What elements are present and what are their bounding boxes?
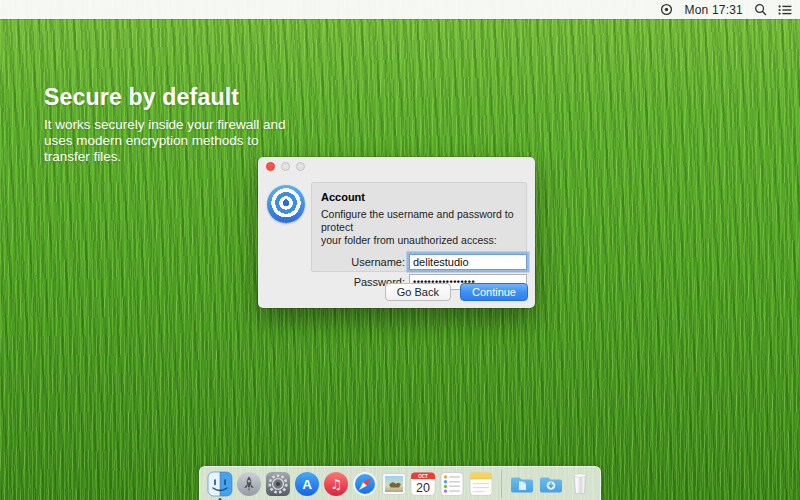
dialog-titlebar[interactable] (258, 157, 535, 175)
minimize-button-disabled (281, 162, 290, 171)
hero-body-line: uses modern encryption methods to (44, 133, 286, 149)
close-button[interactable] (266, 162, 275, 171)
hero-text-block: Secure by default It works securely insi… (44, 84, 286, 165)
dock-calendar-icon[interactable]: OCT 20 (410, 471, 436, 497)
dock-launchpad-icon[interactable] (236, 471, 262, 497)
go-back-button[interactable]: Go Back (385, 283, 451, 301)
menu-bar: Mon 17:31 (0, 0, 800, 19)
username-label: Username: (321, 256, 409, 268)
continue-button[interactable]: Continue (460, 283, 528, 301)
dock-documents-folder-icon[interactable] (509, 471, 535, 497)
dock-preview-icon[interactable] (381, 471, 407, 497)
dock-downloads-folder-icon[interactable] (538, 471, 564, 497)
zoom-button-disabled (296, 162, 305, 171)
panel-description-line: Configure the username and password to p… (321, 208, 517, 234)
dock-app-store-icon[interactable]: A (294, 471, 320, 497)
dock-system-preferences-icon[interactable] (265, 471, 291, 497)
panel-heading: Account (321, 191, 517, 203)
panel-description-line: your folder from unauthorized access: (321, 234, 517, 247)
dock-divider (501, 470, 502, 498)
dock-itunes-icon[interactable]: ♫ (323, 471, 349, 497)
hero-body-line: transfer files. (44, 149, 286, 165)
dock-reminders-icon[interactable] (439, 471, 465, 497)
account-dialog-window: Account Configure the username and passw… (258, 157, 535, 308)
dock-safari-icon[interactable] (352, 471, 378, 497)
dock-finder-icon[interactable] (207, 471, 233, 497)
app-target-icon (267, 185, 305, 223)
dock: A ♫ (199, 466, 601, 500)
spotlight-search-icon[interactable] (754, 3, 767, 16)
dock-trash-icon[interactable] (567, 471, 593, 497)
app-target-menu-icon[interactable] (660, 3, 673, 16)
calendar-month: OCT (418, 473, 428, 478)
menu-bar-clock[interactable]: Mon 17:31 (684, 3, 743, 17)
hero-title: Secure by default (44, 84, 286, 111)
app-store-glyph: A (302, 477, 312, 492)
calendar-day: 20 (416, 480, 430, 494)
username-field[interactable] (409, 254, 527, 270)
notification-center-icon[interactable] (778, 4, 792, 16)
itunes-glyph: ♫ (330, 477, 342, 492)
hero-body-line: It works securely inside your firewall a… (44, 117, 286, 133)
account-panel: Account Configure the username and passw… (311, 182, 527, 272)
dock-notes-icon[interactable] (468, 471, 494, 497)
